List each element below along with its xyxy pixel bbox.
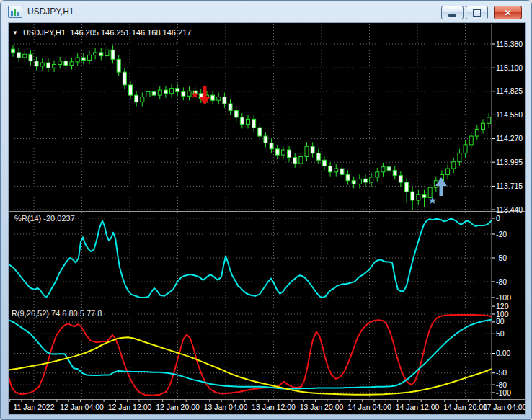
candle <box>141 93 144 107</box>
chart-canvas[interactable]: ★★115.380115.100114.825114.550114.270113… <box>9 23 525 414</box>
price-axis-label: 0 <box>496 214 500 223</box>
candle <box>458 149 461 166</box>
time-axis-label: 17 Jan 04:00 <box>483 403 525 411</box>
candle <box>346 170 350 184</box>
price-axis[interactable]: 115.380115.100114.825114.550114.270113.9… <box>492 40 523 397</box>
candle <box>217 93 221 105</box>
candle <box>105 45 109 60</box>
panel-separators <box>9 24 525 400</box>
price-axis-label: 80 <box>496 317 505 326</box>
candle <box>135 91 138 106</box>
maximize-icon <box>473 9 481 17</box>
candle <box>76 53 79 66</box>
close-button[interactable]: ✕ <box>494 6 522 19</box>
candle <box>123 68 126 89</box>
candle <box>12 45 15 57</box>
window-title: USDJPY,H1 <box>27 6 74 17</box>
candle <box>464 140 467 158</box>
price-axis-label: -80 <box>496 277 507 286</box>
candle <box>275 145 279 159</box>
candle <box>475 125 479 140</box>
time-axis-label: 12 Jan 04:00 <box>60 403 104 411</box>
price-axis-label: 115.100 <box>496 63 523 72</box>
maximize-button[interactable] <box>466 6 488 19</box>
candle <box>387 163 391 175</box>
chart-window-icon <box>8 6 22 18</box>
r-fast-line <box>9 315 492 396</box>
candle <box>446 164 450 179</box>
price-axis-label: 0.00 <box>496 349 511 357</box>
price-axis-label: 114.550 <box>496 110 523 119</box>
time-axis-label: 14 Jan 12:00 <box>396 403 440 411</box>
candle <box>234 107 238 122</box>
price-axis-label: 114.270 <box>496 134 523 143</box>
chart-client-area[interactable]: ▼USDJPY,H1 146.205 146.251 146.168 146.2… <box>8 22 526 415</box>
candles-layer <box>12 45 491 210</box>
candle <box>35 57 38 71</box>
price-axis-label: -100 <box>496 388 511 397</box>
candle <box>229 99 232 115</box>
time-axis-label: 13 Jan 04:00 <box>204 403 248 411</box>
sell-star-icon: ★ <box>190 89 200 100</box>
terminal-window: USDJPY,H1 ✕ ▼USDJPY,H1 146.205 146.251 1… <box>0 0 532 420</box>
time-axis-label: 13 Jan 20:00 <box>300 403 344 411</box>
candle <box>411 187 414 210</box>
time-axis-label: 14 Jan 04:00 <box>347 403 391 411</box>
candle <box>176 84 179 97</box>
price-axis-label: 115.380 <box>496 40 523 48</box>
time-axis-label: 12 Jan 12:00 <box>108 403 152 411</box>
candle <box>94 48 97 59</box>
time-axis[interactable]: 11 Jan 202212 Jan 04:0012 Jan 12:0012 Ja… <box>10 400 525 412</box>
candle <box>164 86 167 98</box>
candle <box>99 48 103 61</box>
ohlc-quotes: 146.205 146.251 146.168 146.217 <box>70 28 191 37</box>
price-axis-label: -20 <box>496 230 507 238</box>
candle <box>158 86 161 99</box>
candle <box>29 50 32 65</box>
candle <box>146 87 150 101</box>
candle <box>281 146 285 159</box>
candle <box>469 132 473 149</box>
price-axis-label: 113.440 <box>496 205 523 214</box>
candle <box>370 173 373 187</box>
candle <box>293 153 297 168</box>
candle <box>170 84 174 98</box>
r-slow-line <box>9 337 492 395</box>
candle <box>381 163 385 177</box>
time-axis-label: 12 Jan 20:00 <box>156 403 200 411</box>
candle <box>422 190 426 207</box>
title-bar[interactable]: USDJPY,H1 ✕ <box>1 1 531 22</box>
candle <box>487 113 491 128</box>
candle <box>240 113 244 128</box>
price-axis-label: -50 <box>496 254 507 262</box>
candle <box>482 119 485 133</box>
candle <box>17 48 21 62</box>
r-indicator-label: R(9,26,52) 74.6 80.5 77.8 <box>12 309 102 318</box>
wpr-indicator-label: %R(14) -20.0237 <box>14 214 75 223</box>
candle <box>329 162 332 177</box>
time-axis-label: 11 Jan 2022 <box>13 403 54 411</box>
candle <box>247 115 250 128</box>
time-axis-label: 14 Jan 20:00 <box>443 403 487 411</box>
candle <box>111 45 115 63</box>
candle <box>264 132 267 147</box>
candle <box>334 164 338 177</box>
close-icon: ✕ <box>504 9 511 17</box>
candle <box>364 174 368 187</box>
symbol-dropdown-icon[interactable]: ▼ <box>12 30 18 36</box>
candle <box>322 156 326 170</box>
minimize-button[interactable] <box>441 6 464 19</box>
candle <box>399 171 402 187</box>
window-controls: ✕ <box>441 6 522 19</box>
price-axis-label: 50 <box>496 329 505 338</box>
candle <box>376 168 379 182</box>
price-axis-label: -100 <box>496 293 511 302</box>
candle <box>87 50 91 64</box>
candle <box>40 58 44 71</box>
candle <box>81 53 85 64</box>
candle <box>393 166 396 180</box>
candle <box>46 58 50 72</box>
candle <box>58 57 62 69</box>
candle <box>70 58 74 70</box>
candle <box>340 164 344 179</box>
